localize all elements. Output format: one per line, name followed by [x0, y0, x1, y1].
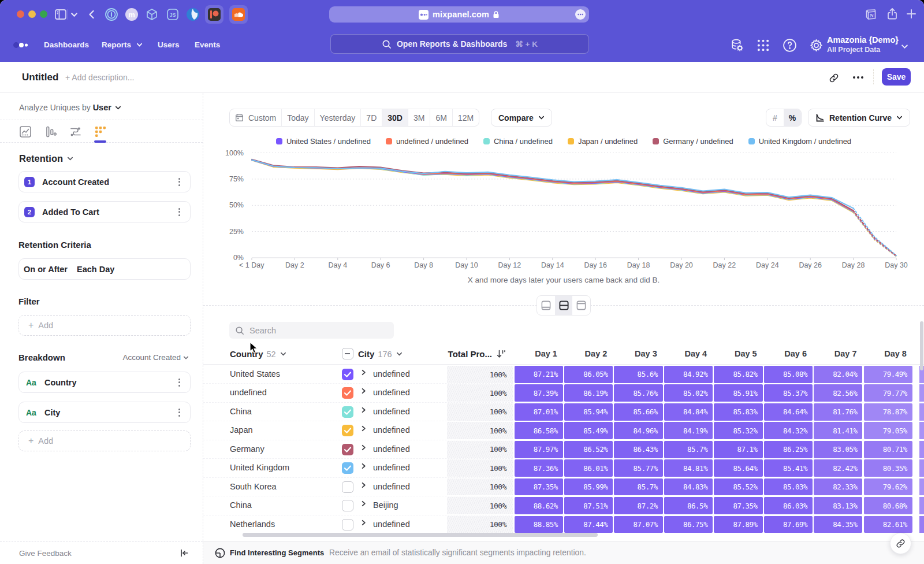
retention-cell[interactable]: 79.05%	[864, 422, 912, 439]
retention-cell[interactable]: 85.77%	[614, 459, 662, 477]
retention-cell[interactable]: 88.85%	[515, 516, 563, 533]
retention-cell[interactable]: 85.41%	[764, 459, 813, 477]
day-column-header[interactable]: Day 4	[664, 349, 713, 358]
range-30d[interactable]: 30D	[382, 109, 408, 126]
chart-type-selector[interactable]: Retention Curve	[808, 109, 910, 127]
row-expand-icon[interactable]	[360, 482, 367, 488]
range-3m[interactable]: 3M	[408, 109, 430, 126]
range-6m[interactable]: 6M	[430, 109, 452, 126]
retention-cell[interactable]: 86.58%	[515, 422, 563, 439]
retention-cell[interactable]: 85.83%	[714, 403, 762, 421]
row-expand-icon[interactable]	[360, 463, 367, 469]
sort-icon[interactable]	[497, 350, 506, 358]
retention-cell[interactable]: 87.89%	[714, 516, 762, 533]
retention-cell[interactable]: 85.08%	[764, 366, 813, 383]
new-tab-icon[interactable]	[905, 8, 918, 20]
retention-cell[interactable]: 85.76%	[614, 384, 662, 402]
tab-flows-icon[interactable]	[69, 125, 83, 139]
range-today[interactable]: Today	[282, 109, 314, 126]
account-chevron-icon[interactable]	[901, 43, 908, 50]
retention-cell[interactable]: 84.19%	[664, 422, 713, 439]
retention-cell[interactable]: 84.92%	[664, 366, 713, 383]
traffic-light-minimize[interactable]	[28, 10, 36, 18]
retention-cell[interactable]: 85.99%	[564, 478, 613, 496]
extension-js-icon[interactable]: JS	[166, 8, 180, 21]
retention-cell[interactable]: 79.62%	[864, 478, 912, 496]
retention-cell[interactable]: 85.66%	[614, 403, 662, 421]
day-column-header[interactable]: Day 3	[614, 349, 662, 358]
retention-cell[interactable]: 84.35%	[814, 516, 862, 533]
breakdown-add-button[interactable]: +Add	[18, 431, 191, 451]
criteria-each-day[interactable]: Each Day	[77, 265, 114, 274]
retention-cell[interactable]: 79.77%	[864, 384, 912, 402]
table-row[interactable]: undefinedundefined100%87.39%86.19%85.76%…	[203, 384, 924, 402]
find-segments-link[interactable]: Find Interesting Segments	[230, 548, 324, 557]
table-row[interactable]: United Kingdomundefined100%87.36%86.01%8…	[203, 459, 924, 477]
more-actions-icon[interactable]	[852, 76, 864, 79]
row-expand-icon[interactable]	[360, 407, 367, 413]
data-management-icon[interactable]	[729, 38, 745, 53]
global-search[interactable]: Open Reports & Dashboards ⌘ + K	[330, 34, 589, 54]
retention-cell[interactable]: 87.51%	[564, 497, 613, 514]
retention-cell[interactable]: 81.76%	[814, 403, 862, 421]
toggle-absolute[interactable]: #	[766, 109, 784, 126]
help-icon[interactable]	[783, 38, 797, 53]
layout-split-icon[interactable]	[555, 296, 573, 315]
row-expand-icon[interactable]	[360, 520, 367, 526]
criteria-on-or-after[interactable]: On or After	[24, 265, 68, 274]
row-expand-icon[interactable]	[360, 500, 367, 507]
day-column-header[interactable]: Day 1	[515, 349, 563, 358]
retention-cell[interactable]: 87.1%	[714, 441, 762, 458]
row-checkbox[interactable]	[342, 425, 353, 436]
table-row[interactable]: Japanundefined100%86.58%85.49%84.96%84.1…	[203, 421, 924, 440]
notion-icon[interactable]: N	[864, 8, 878, 21]
report-title[interactable]: Untitled	[22, 72, 58, 83]
sidebar-toggle-icon[interactable]	[54, 8, 68, 21]
day-column-header[interactable]: Day 8	[864, 349, 912, 358]
table-row[interactable]: Germanyundefined100%87.97%86.52%86.43%85…	[203, 440, 924, 459]
retention-cell[interactable]: 84.84%	[664, 403, 713, 421]
breakdown-menu-icon[interactable]	[175, 408, 183, 417]
retention-cell[interactable]: 87.35%	[515, 478, 563, 496]
filter-add-button[interactable]: +Add	[18, 315, 191, 336]
retention-cell[interactable]: 86.01%	[564, 459, 613, 477]
row-checkbox[interactable]	[342, 500, 353, 511]
retention-cell[interactable]: 85.37%	[764, 384, 813, 402]
retention-cell[interactable]: 85.64%	[714, 459, 762, 477]
day-column-header[interactable]: Day 2	[564, 349, 613, 358]
retention-cell[interactable]: 83.05%	[814, 441, 862, 458]
retention-cell[interactable]: 85.32%	[714, 422, 762, 439]
row-checkbox[interactable]	[342, 444, 353, 455]
compare-button[interactable]: Compare	[491, 109, 552, 127]
retention-cell[interactable]: 87.01%	[515, 403, 563, 421]
retention-cell[interactable]: 82.61%	[864, 516, 912, 533]
retention-cell[interactable]: 81.41%	[814, 422, 862, 439]
retention-cell[interactable]: 86.75%	[664, 516, 713, 533]
traffic-light-close[interactable]	[17, 10, 24, 18]
tab-retention-icon[interactable]	[94, 125, 107, 139]
extension-avatar-m-icon[interactable]: m	[125, 8, 139, 21]
retention-cell[interactable]: 82.04%	[814, 366, 862, 383]
share-link-fab[interactable]	[890, 533, 911, 554]
vertical-scrollbar[interactable]	[920, 321, 923, 370]
retention-cell[interactable]: 86.05%	[564, 366, 613, 383]
select-all-checkbox[interactable]	[342, 348, 353, 359]
table-row[interactable]: Chinaundefined100%87.01%85.94%85.66%84.8…	[203, 403, 924, 421]
share-icon[interactable]	[885, 7, 899, 21]
retention-cell[interactable]: 84.81%	[664, 459, 713, 477]
back-icon[interactable]	[86, 9, 98, 20]
retention-cell[interactable]: 87.2%	[614, 497, 662, 514]
retention-section-title[interactable]: Retention	[19, 153, 73, 164]
row-checkbox[interactable]	[342, 462, 353, 474]
url-more-button[interactable]	[575, 9, 586, 20]
tab-chevron-icon[interactable]	[70, 11, 78, 18]
row-expand-icon[interactable]	[360, 388, 367, 394]
tab-insights-icon[interactable]	[18, 125, 32, 139]
row-expand-icon[interactable]	[360, 369, 367, 376]
row-checkbox[interactable]	[342, 519, 353, 530]
save-button[interactable]: Save	[882, 68, 911, 86]
retention-cell[interactable]: 84.96%	[614, 422, 662, 439]
total-column-header[interactable]: Total Pro...	[423, 349, 492, 359]
range-custom[interactable]: Custom	[230, 109, 282, 126]
city-column-header[interactable]: City176	[358, 349, 403, 359]
